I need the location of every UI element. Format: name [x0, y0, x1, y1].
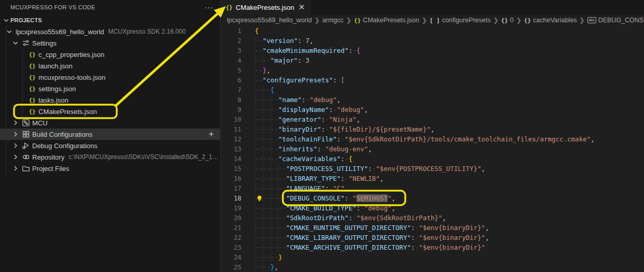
tree-item-build-configurations[interactable]: Build Configurations+ [0, 128, 220, 140]
code-line-3[interactable]: 3··"cmakeMinimumRequired":·{ [221, 46, 644, 55]
code-line-19[interactable]: 19········"CMAKE_BUILD_TYPE":·"debug", [221, 203, 644, 213]
code-line-4[interactable]: 4····"major":·3 [221, 55, 644, 65]
line-number[interactable]: 3 [221, 46, 241, 56]
chevron-down-icon[interactable] [11, 39, 20, 47]
breadcrumb-0[interactable]: {}0 [501, 17, 514, 24]
code-line-16[interactable]: 16········"LIBRARY_TYPE":·"NEWLIB", [221, 174, 644, 183]
line-number[interactable]: 2 [221, 36, 241, 46]
token-key: "configurePresets" [263, 76, 333, 84]
line-number[interactable]: 24 [221, 253, 241, 263]
tab-cmakepresets[interactable]: {} CMakePresets.json ✕ [221, 0, 311, 15]
token-ws: · [341, 135, 345, 143]
tree-item-c-cpp-properties-json[interactable]: {}c_cpp_properties.json [0, 49, 220, 60]
code-line-18[interactable]: 18········"DEBUG_CONSOLE":·"SEMIHOST", [221, 193, 644, 203]
json-file-icon: {} [354, 17, 361, 24]
token-pun: : [341, 175, 345, 182]
breadcrumb-label: DEBUG_CONSOLE [598, 17, 644, 24]
close-tab-icon[interactable]: ✕ [298, 4, 305, 11]
line-number[interactable]: 16 [221, 174, 241, 184]
code-line-7[interactable]: 7····{ [221, 85, 644, 95]
code-line-22[interactable]: 22········"CMAKE_LIBRARY_OUTPUT_DIRECTOR… [221, 233, 644, 242]
line-number[interactable]: 1 [221, 26, 241, 36]
code-line-8[interactable]: 8······"name":·"debug", [221, 95, 644, 105]
tree-item-repository[interactable]: Repositoryc:\NXP\MCUXpresso\SDKs\VSC\Ins… [0, 151, 220, 163]
breadcrumb-lpcxpresso55s69-hello-world[interactable]: lpcxpresso55s69_hello_world [227, 17, 312, 24]
line-number[interactable]: 10 [221, 115, 241, 125]
tree-item-project-files[interactable]: Project Files [0, 163, 220, 174]
code-editor[interactable]: 1{2··"version":·7,3··"cmakeMinimumRequir… [221, 26, 644, 272]
line-number[interactable]: 12 [221, 135, 241, 145]
line-number[interactable]: 9 [221, 105, 241, 115]
line-number[interactable]: 19 [221, 204, 241, 213]
line-number[interactable]: 17 [221, 184, 241, 194]
code-line-1[interactable]: 1{ [221, 26, 644, 36]
token-ws: ·· [255, 76, 263, 84]
tree-item-settings-json[interactable]: {}settings.json [0, 83, 220, 94]
tree-item-launch-json[interactable]: {}launch.json [0, 60, 220, 71]
code-line-25[interactable]: 25····}, [221, 262, 644, 272]
line-number[interactable]: 15 [221, 164, 241, 174]
breadcrumb-configurepresets[interactable]: [ ]configurePresets [430, 17, 491, 24]
code-line-23[interactable]: 23········"CMAKE_ARCHIVE_OUTPUT_DIRECTOR… [221, 242, 644, 252]
tree-item-label: tasks.json [38, 96, 68, 104]
line-number[interactable]: 11 [221, 125, 241, 135]
breadcrumb-cachevariables[interactable]: {}cacheVariables [524, 17, 577, 24]
line-number[interactable]: 21 [221, 223, 241, 233]
breadcrumb-cmakepresets-json[interactable]: {}CMakePresets.json [354, 17, 419, 24]
line-number[interactable]: 7 [221, 85, 241, 95]
tree-item-mcu[interactable]: MCU [0, 117, 220, 128]
token-str: "$env{SdkRootDirPath}" [357, 214, 443, 222]
breadcrumb-debug-console[interactable]: abcDEBUG_CONSOLE [587, 17, 644, 24]
more-actions-icon[interactable]: ··· [204, 5, 214, 10]
code-line-9[interactable]: 9······"displayName":·"debug", [221, 105, 644, 114]
line-number[interactable]: 23 [221, 243, 241, 253]
code-line-24[interactable]: 24······} [221, 252, 644, 262]
tree-item-debug-configurations[interactable]: Debug Configurations [0, 140, 220, 151]
tree-item-lpcxpresso55s69-hello-world[interactable]: lpcxpresso55s69_hello_worldMCUXpresso SD… [0, 26, 220, 37]
code-line-10[interactable]: 10······"generator":·"Ninja", [221, 114, 644, 124]
code-line-11[interactable]: 11······"binaryDir":·"${fileDir}/${prese… [221, 124, 644, 134]
line-number[interactable]: 13 [221, 145, 241, 154]
line-number[interactable]: 22 [221, 233, 241, 243]
breadcrumb-separator-icon: ❯ [580, 17, 585, 24]
token-pun: , [380, 175, 384, 182]
line-number[interactable]: 25 [221, 263, 241, 272]
chevron-right-icon[interactable] [11, 141, 20, 150]
code-line-21[interactable]: 21········"CMAKE_RUNTIME_OUTPUT_DIRECTOR… [221, 223, 644, 233]
tree-item-settings[interactable]: Settings [0, 37, 220, 49]
line-number[interactable]: 20 [221, 213, 241, 223]
code-line-2[interactable]: 2··"version":·7, [221, 36, 644, 46]
tree-item-mcuxpresso-tools-json[interactable]: {}mcuxpresso-tools.json [0, 71, 220, 83]
token-pun: , [482, 165, 486, 173]
line-number[interactable]: 8 [221, 95, 241, 105]
code-line-15[interactable]: 15········"POSTPROCESS_UTILITY":·"$env{P… [221, 164, 644, 174]
code-line-13[interactable]: 13······"inherits":·"debug-env", [221, 144, 644, 154]
code-line-6[interactable]: 6··"configurePresets":·[ [221, 75, 644, 85]
line-number[interactable]: 6 [221, 76, 241, 85]
projects-section-header[interactable]: PROJECTS [0, 15, 220, 26]
tree-item-tasks-json[interactable]: {}tasks.json [0, 94, 220, 106]
chevron-right-icon[interactable] [11, 119, 20, 127]
code-line-12[interactable]: 12······"toolchainFile":·"$env{SdkRootDi… [221, 134, 644, 144]
code-line-14[interactable]: 14······"cacheVariables":·{ [221, 154, 644, 164]
tree-item-cmakepresets-json[interactable]: {}CMakePresets.json [0, 106, 220, 117]
code-line-17[interactable]: 17········"LANGUAGE":·"C", [221, 183, 644, 193]
token-ws: · [302, 37, 306, 45]
line-number[interactable]: 18 [221, 194, 241, 204]
breadcrumb-armgcc[interactable]: armgcc [322, 17, 344, 24]
code-line-20[interactable]: 20········"SdkRootDirPath":·"$env{SdkRoo… [221, 213, 644, 223]
token-pun: : [329, 106, 333, 113]
token-pun: : [341, 155, 345, 163]
add-build-configuration-icon[interactable]: + [209, 130, 214, 139]
token-key: "major" [270, 56, 298, 64]
line-number[interactable]: 5 [221, 66, 241, 76]
line-number[interactable]: 4 [221, 56, 241, 66]
token-ws: ···· [255, 263, 270, 271]
chevron-right-icon[interactable] [11, 164, 20, 173]
code-line-5[interactable]: 5··}, [221, 65, 644, 75]
chevron-right-icon[interactable] [11, 130, 20, 138]
chevron-right-icon[interactable] [11, 153, 20, 161]
line-number[interactable]: 14 [221, 154, 241, 164]
lightbulb-icon[interactable] [256, 195, 263, 202]
chevron-down-icon[interactable] [5, 27, 13, 36]
